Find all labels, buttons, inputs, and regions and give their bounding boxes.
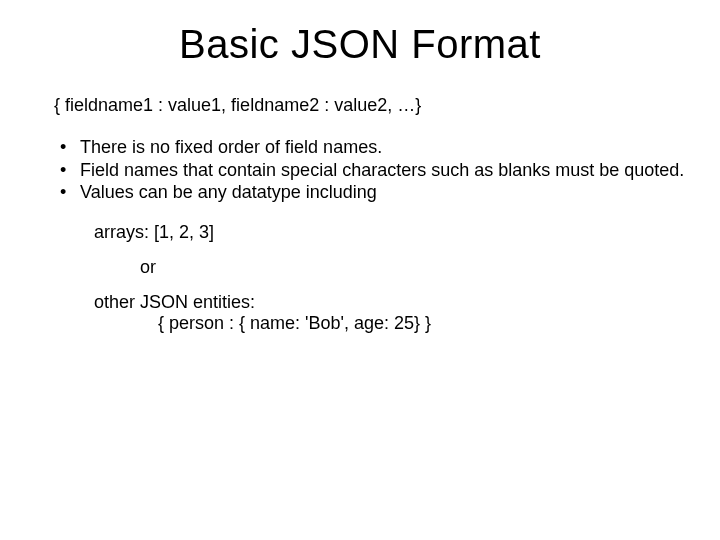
syntax-line: { fieldname1 : value1, fieldname2 : valu… — [0, 77, 720, 116]
bullet-item: Values can be any datatype including — [54, 181, 720, 204]
example-entities-label: other JSON entities: — [0, 278, 720, 313]
slide-title: Basic JSON Format — [0, 0, 720, 77]
or-text: or — [0, 243, 720, 278]
example-arrays: arrays: [1, 2, 3] — [0, 204, 720, 243]
bullet-list: There is no fixed order of field names. … — [0, 116, 720, 204]
bullet-item: Field names that contain special charact… — [54, 159, 720, 182]
example-entities-value: { person : { name: 'Bob', age: 25} } — [0, 313, 720, 334]
bullet-item: There is no fixed order of field names. — [54, 136, 720, 159]
slide: Basic JSON Format { fieldname1 : value1,… — [0, 0, 720, 540]
